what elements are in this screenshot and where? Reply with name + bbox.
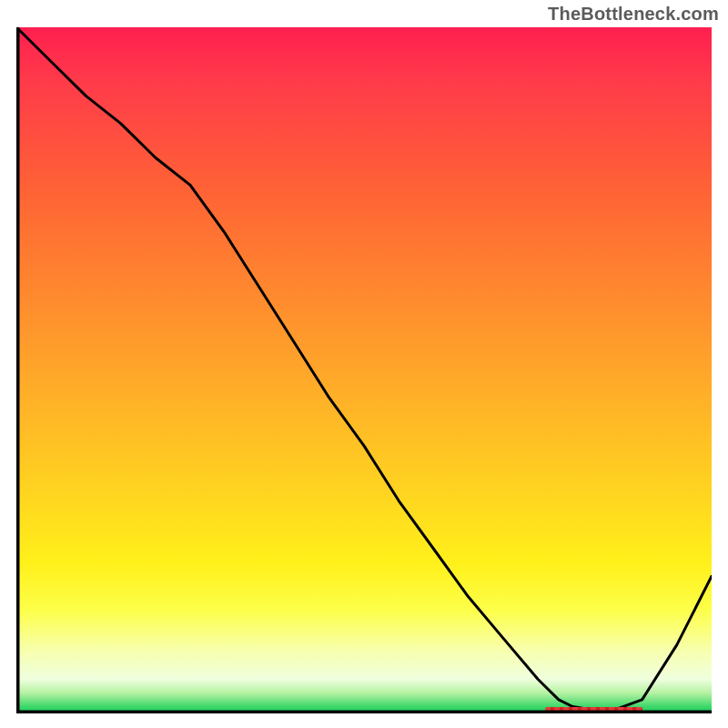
attribution-label: TheBottleneck.com	[548, 4, 719, 25]
optimum-marker	[545, 707, 642, 713]
chart-container: TheBottleneck.com	[0, 0, 728, 728]
gradient-background	[16, 27, 712, 713]
plot-area	[16, 27, 712, 713]
